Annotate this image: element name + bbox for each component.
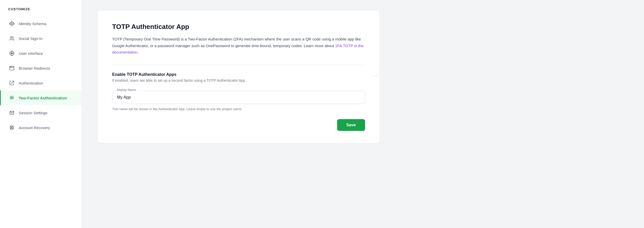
browser-icon — [9, 65, 15, 71]
sidebar-item-label: Authentication — [19, 81, 43, 85]
sidebar-item-social-sign-in[interactable]: Social Sign-In — [0, 31, 82, 46]
sidebar-item-label: Session Settings — [19, 111, 47, 115]
sidebar-item-label: Account Recovery — [19, 126, 50, 130]
sidebar-item-account-recovery[interactable]: Account Recovery — [0, 120, 82, 135]
enable-totp-text: Enable TOTP Authenticator Apps If enable… — [112, 72, 246, 82]
sidebar-header: CUSTOMIZE — [0, 0, 82, 16]
main-content: TOTP Authenticator App TOTP (Temporary O… — [82, 0, 644, 228]
totp-card: TOTP Authenticator App TOTP (Temporary O… — [97, 10, 380, 143]
card-description-text: TOTP (Temporary One Time Password) is a … — [112, 37, 361, 48]
auth-icon — [9, 80, 15, 86]
sidebar-item-label: Two-Factor Authentication — [19, 96, 67, 100]
sidebar-item-label: User Interface — [19, 51, 43, 56]
display-name-field-group: Display Name — [112, 91, 365, 104]
recovery-icon — [9, 125, 15, 130]
sidebar-item-authentication[interactable]: Authentication — [0, 76, 82, 90]
enable-totp-label: Enable TOTP Authenticator Apps — [112, 72, 246, 77]
display-name-label: Display Name — [116, 88, 137, 92]
display-name-hint: This name will be shown in the Authentic… — [112, 107, 365, 111]
svg-rect-0 — [11, 23, 13, 24]
card-description-period: . — [137, 50, 138, 54]
enable-totp-row: Enable TOTP Authenticator Apps If enable… — [112, 72, 365, 82]
palette-icon — [9, 50, 15, 56]
sidebar-item-label: Social Sign-In — [19, 36, 43, 41]
sidebar-item-session-settings[interactable]: Session Settings — [0, 105, 82, 120]
sidebar-item-label: Browser Redirects — [19, 66, 50, 70]
sidebar-item-label: Identity Schema — [19, 22, 46, 26]
sidebar-item-two-factor-authentication[interactable]: Two-Factor Authentication — [0, 90, 82, 105]
card-title: TOTP Authenticator App — [112, 23, 365, 31]
save-row: Save — [112, 119, 365, 131]
svg-point-3 — [11, 53, 13, 54]
section-divider — [112, 65, 365, 65]
sidebar-item-identity-schema[interactable]: Identity Schema — [0, 16, 82, 31]
save-button[interactable]: Save — [337, 119, 365, 131]
users-icon — [9, 36, 15, 41]
card-description: TOTP (Temporary One Time Password) is a … — [112, 36, 365, 56]
sidebar: CUSTOMIZE Identity Schema So — [0, 0, 82, 228]
sidebar-nav: Identity Schema Social Sign-In — [0, 16, 82, 228]
sidebar-item-user-interface[interactable]: User Interface — [0, 46, 82, 61]
session-icon — [9, 110, 15, 116]
puzzle-icon — [9, 21, 15, 26]
display-name-input[interactable] — [112, 91, 365, 104]
enable-totp-description: If enabled, users are able to set up a s… — [112, 78, 246, 82]
svg-point-1 — [10, 37, 12, 38]
fingerprint-icon — [9, 95, 15, 101]
sidebar-item-browser-redirects[interactable]: Browser Redirects — [0, 61, 82, 76]
